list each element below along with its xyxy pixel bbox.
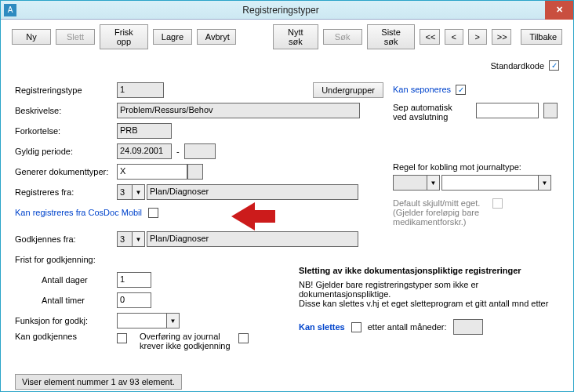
gyldig-dash: - [176, 147, 180, 156]
frisk-opp-button[interactable]: Frisk opp [100, 24, 148, 49]
chevron-down-icon: ▼ [132, 232, 144, 246]
undergrupper-button[interactable]: Undergrupper [313, 82, 383, 98]
standardkode-row: Standardkode ✓ [491, 60, 560, 71]
chevron-down-icon: ▼ [166, 314, 179, 328]
sep-auto-picker[interactable] [543, 103, 558, 118]
kan-slettes-checkbox[interactable] [351, 322, 361, 332]
last-button[interactable]: >> [492, 29, 511, 45]
sep-auto-label-1: Sep automatisk [393, 103, 471, 112]
generer-dok-input[interactable]: X [117, 164, 187, 180]
antall-dager-label: Antall dager [15, 275, 117, 285]
kan-godkjennes-checkbox[interactable] [117, 333, 127, 343]
antall-timer-input[interactable]: 0 [117, 292, 151, 308]
godkjennes-fra-num-value: 3 [118, 234, 132, 244]
forkortelse-input[interactable]: PRB [117, 123, 172, 139]
sep-auto-label-2: ved avslutning [393, 112, 471, 122]
siste-sok-button[interactable]: Siste søk [367, 24, 416, 49]
chevron-down-icon: ▼ [132, 185, 144, 199]
generer-dok-label: Generer dokumenttyper: [15, 167, 117, 176]
funksjon-godkj-select[interactable]: ▼ [117, 313, 180, 328]
kan-slettes-label: Kan slettes [299, 322, 345, 332]
slett-button[interactable]: Slett [56, 29, 95, 45]
gyldig-periode-label: Gyldig periode: [15, 147, 117, 156]
registreringstype-input[interactable]: 1 [117, 82, 164, 98]
beskrivelse-label: Beskrivelse: [15, 106, 117, 115]
first-button[interactable]: << [420, 29, 439, 45]
kan-godkjennes-label: Kan godkjennes [15, 332, 117, 341]
standardkode-checkbox[interactable]: ✓ [549, 60, 559, 71]
antall-timer-label: Antall timer [15, 296, 117, 305]
registreringstype-label: Registreringstype [15, 85, 117, 95]
registreres-fra-text[interactable]: Plan/Diagnoser [147, 184, 358, 200]
status-bar: Viser element nummer 1 av 93 element. [15, 374, 182, 390]
godkjennes-fra-label: Godkjennes fra: [15, 234, 117, 244]
regel-kobling-select-1[interactable]: ▼ [393, 175, 440, 191]
overforing-label-1: Overføring av journal [140, 332, 231, 341]
overforing-label-2: krever ikke godkjenning [140, 341, 231, 350]
sletting-section: Sletting av ikke dokumentasjonspliktige … [299, 263, 558, 338]
standardkode-label: Standardkode [491, 61, 545, 71]
default-skjult-line1: Default skjult/mitt eget. [393, 198, 480, 208]
default-skjult-line2: (Gjelder foreløpig bare [393, 208, 480, 217]
registreres-fra-num-select[interactable]: 3 ▼ [117, 184, 145, 200]
gyldig-from-input[interactable]: 24.09.2001 [117, 143, 172, 159]
toolbar: Ny Slett Frisk opp Lagre Avbryt Nytt søk… [1, 20, 573, 54]
kan-reg-mobil-label: Kan registreres fra CosDoc Mobil [15, 208, 142, 217]
lagre-button[interactable]: Lagre [153, 29, 192, 45]
funksjon-godkj-label: Funksjon for godkj: [15, 316, 117, 325]
sletting-info-2: Disse kan slettes v.hj et eget slettepro… [299, 299, 558, 308]
antall-dager-input[interactable]: 1 [117, 272, 151, 288]
etter-label: etter antall måneder: [368, 322, 447, 332]
prev-button[interactable]: < [445, 29, 463, 45]
regel-kobling-select-2[interactable]: ▼ [441, 175, 551, 191]
sletting-title: Sletting av ikke dokumentasjonspliktige … [299, 266, 558, 275]
frist-label: Frist for godkjenning: [15, 255, 117, 264]
beskrivelse-input[interactable]: Problem/Ressurs/Behov [117, 103, 360, 118]
avbryt-button[interactable]: Avbryt [197, 29, 236, 45]
sletting-info-1: NB! Gjelder bare registreringstyper som … [299, 280, 558, 299]
overforing-checkbox[interactable] [238, 333, 249, 343]
registreres-fra-label: Registreres fra: [15, 187, 117, 197]
tilbake-button[interactable]: Tilbake [521, 29, 562, 45]
sep-auto-input[interactable] [476, 103, 539, 118]
forkortelse-label: Forkortelse: [15, 126, 117, 136]
etter-maneder-input[interactable] [453, 319, 483, 335]
kan-reg-mobil-checkbox[interactable] [148, 208, 158, 218]
godkjennes-fra-num-select[interactable]: 3 ▼ [117, 231, 145, 247]
kan-seponeres-label: Kan seponeres [393, 85, 451, 94]
generer-dok-picker[interactable] [187, 164, 203, 180]
window-title: Registreringstyper [16, 5, 545, 16]
chevron-down-icon: ▼ [538, 176, 550, 190]
regel-kobling-label: Regel for kobling mot journaltype: [393, 162, 559, 172]
sok-button[interactable]: Søk [323, 29, 362, 45]
title-bar: A Registreringstyper ✕ [1, 1, 573, 20]
default-skjult-line3: medikamentforskr.) [393, 217, 480, 227]
godkjennes-fra-text[interactable]: Plan/Diagnoser [147, 231, 358, 247]
registreres-fra-num-value: 3 [118, 187, 132, 197]
next-button[interactable]: > [468, 29, 487, 45]
form-body: Standardkode ✓ Registreringstype 1 Under… [1, 54, 573, 392]
ny-button[interactable]: Ny [12, 29, 51, 45]
default-skjult-checkbox[interactable] [492, 198, 503, 209]
app-icon: A [4, 4, 16, 16]
window: A Registreringstyper ✕ Ny Slett Frisk op… [0, 0, 574, 392]
nytt-sok-button[interactable]: Nytt søk [273, 24, 318, 49]
close-button[interactable]: ✕ [545, 1, 573, 20]
chevron-down-icon: ▼ [427, 176, 439, 190]
kan-seponeres-checkbox[interactable]: ✓ [456, 85, 466, 95]
gyldig-to-input[interactable] [184, 143, 216, 159]
